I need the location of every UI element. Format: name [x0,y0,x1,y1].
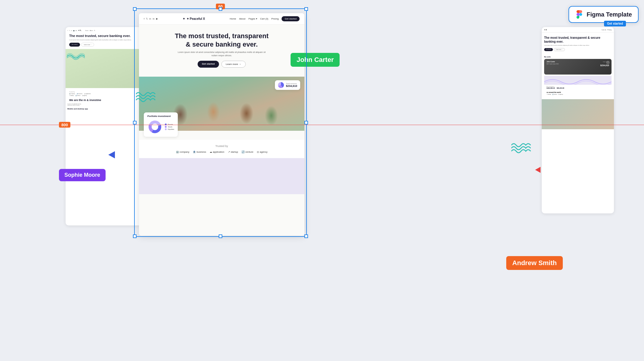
trusted-row: 🏢 company 🏦 business ☁ application ↗ sta… [144,151,300,153]
center-trusted: Trusted by 🏢 company 🏦 business ☁ applic… [139,140,304,158]
center-nav-links: Home About Pages ▾ Cart (3) Pricing Get … [230,16,300,21]
center-secondary-btn[interactable]: Learn more → [221,61,246,68]
right-frame-nav: ✦ X Cart (3) Pricing [542,27,614,33]
social-f: f [144,17,144,20]
businesses-label: ss around the world [544,90,612,94]
nav-cart[interactable]: Cart (3) [260,17,268,20]
trusted-label: Trusted by [144,145,300,148]
trust-venture: 🔄 venture [242,151,253,153]
left-frame-secondary-btn[interactable]: Learn more → [81,43,94,47]
center-hero-title: The most trusted, transparent & secure b… [144,32,300,48]
right-frame-btns: Get started Learn more → [542,48,614,54]
badge-john-carter: John Carter [291,53,340,67]
trust-application: ☁ application [210,151,224,153]
left-frame-mobile-label: Mobile and desktop app [67,108,140,110]
right-frame-logo: ✦ X [544,29,547,31]
center-frame: f 𝕏 in in ▶ ✦✦ Peaceful X Home About Pag… [139,13,304,236]
social-youtube: ▶ [156,17,158,20]
center-nav-cta[interactable]: Get started [282,16,300,21]
figma-template-badge: Figma Template Get started [569,6,639,23]
revenue-icon [278,82,284,88]
card-rev-val: $234,610 [600,64,609,66]
left-trust-company: 🏢 company [69,93,75,94]
center-hero-image: Total revenue $234,610 Portfolio investm… [139,77,304,131]
left-frame-sub: Lorem ipsum dolor sit amet consectetur a… [69,39,138,41]
right-frame-card: John Carter $467 ●●●● ●●●● 9032 Total re… [544,59,612,75]
wave-decoration-right [511,141,531,157]
left-frame-hero: The most trusted, secure banking ever. [69,34,138,38]
left-trust-agency: ◎ agency [82,95,87,96]
arrow-left [108,151,115,158]
right-trust-venture: 🔄 venture [552,94,557,95]
wave-decoration-left [136,90,156,106]
right-frame-cards: My cards John Carter $467 ●●●● ●●●● 9032… [542,54,614,97]
center-hero-sub: Lorem ipsum dolor sit amet consectetur a… [177,51,267,57]
portfolio-title: Portfolio investment [147,115,174,118]
center-hero-btns: Get started Learn more → [144,61,300,68]
left-trust-startup: ↗ startup [69,95,74,96]
nav-pages[interactable]: Pages ▾ [248,17,257,20]
nav-about[interactable]: About [239,17,245,20]
trust-company: 🏢 company [176,151,190,153]
social-in-circle: in [149,17,151,20]
social-linkedin: in [153,17,154,20]
horizontal-guideline [0,125,644,125]
center-logo: ✦✦ Peaceful X [183,17,205,20]
figma-icon [575,10,584,19]
trust-startup: ↗ startup [228,151,238,153]
right-frame-sub: Lorem ipsum dolor sit amet consectetur a… [542,45,614,48]
right-trust-agency: ◎ agency [558,94,563,95]
portfolio-donut [147,119,162,134]
right-frame: ✦ X Cart (3) Pricing The most trusted, t… [542,27,614,213]
right-frame-secondary-btn[interactable]: Learn more → [554,48,565,51]
revenue-value: $234,610 [286,84,297,87]
center-nav: f 𝕏 in in ▶ ✦✦ Peaceful X Home About Pag… [139,13,304,25]
right-frame-links: Cart (3) Pricing [602,29,612,31]
center-primary-btn[interactable]: Get started [198,61,219,68]
height-badge: 800 [59,122,70,128]
left-trust-venture: 🔄 venture [75,95,81,96]
arrow-right2 [535,167,541,173]
balance-row: Account balance $180,580.00 $86,204.80 [544,85,612,90]
nav-pricing[interactable]: Pricing [271,17,279,20]
figma-template-label: Figma Template [587,11,632,18]
card-name: John Carter [547,61,609,63]
badge-sophie-moore: Sophie Moore [59,169,106,181]
nav-home[interactable]: Home [230,17,236,20]
right-frame-wave [544,76,612,85]
left-frame-logo: ✦ P... [78,29,82,31]
left-frame-trusted-label: Trusted by [69,91,138,93]
balance-val2: $86,204.80 [557,87,564,89]
balance-val1: $180,580.00 [547,87,555,89]
right-frame-primary-btn[interactable]: Get started [544,48,553,51]
trust-business: 🏦 business [193,151,206,153]
my-cards-label: My cards [544,56,612,58]
trust-agency: ◎ agency [257,151,267,153]
left-frame-primary-btn[interactable]: Get started [69,43,80,47]
figma-get-started-btn[interactable]: Get started [604,21,626,26]
card-number: $467 ●●●● ●●●● 9032 [547,63,609,65]
left-trust-application: ☁ application [84,93,91,94]
revenue-card: Total revenue $234,610 [275,80,300,90]
right-trust-row: ↗ startup 🔄 venture ◎ agency [544,94,612,95]
center-nav-social: f 𝕏 in in ▶ [144,17,158,20]
center-hero: The most trusted, transparent & secure b… [139,25,304,77]
left-frame: f 𝕏 in 📷 ▶ ✦ P... Home About P... The mo… [66,27,142,225]
left-trust-business: 🏦 business [77,93,82,94]
right-trust-startup: ↗ startup [547,94,551,95]
center-lavender-section [139,158,304,194]
left-frame-section: We are the m & investme [69,99,138,102]
social-x: 𝕏 [146,17,148,20]
right-frame-hero: The most trusted, transparent & secure b… [542,33,614,45]
badge-andrew-smith: Andrew Smith [506,256,563,270]
card-rev-label: Total revenue [603,61,609,63]
